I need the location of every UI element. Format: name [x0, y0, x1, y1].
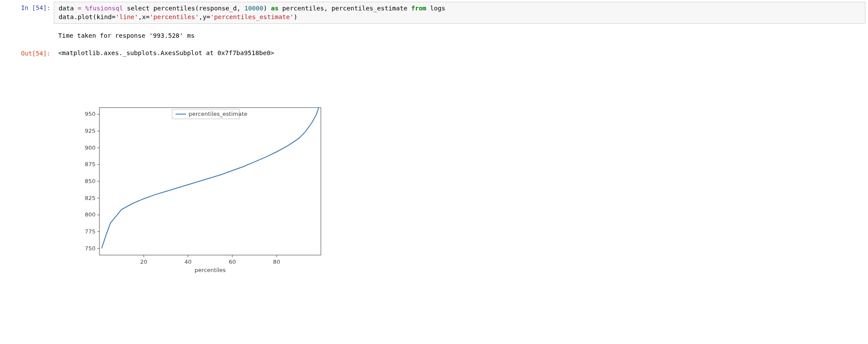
code-token: 10000 — [244, 5, 264, 12]
xtick-label: 80 — [273, 259, 281, 265]
code-token: 'percentiles_estimate' — [210, 13, 294, 20]
code-token: data.plot(kind= — [59, 13, 116, 20]
series-line — [102, 108, 319, 249]
x-axis-label: percentiles — [195, 267, 226, 273]
ytick-label: 825 — [85, 194, 96, 201]
code-token: ) — [294, 13, 297, 20]
ytick-label: 800 — [85, 211, 96, 218]
output-repr: <matplotlib.axes._subplots.AxesSubplot a… — [54, 47, 865, 59]
legend-label: percentiles_estimate — [188, 111, 248, 117]
input-cell: In [54]: data = %fusionsql select percen… — [0, 0, 868, 26]
code-token: from — [411, 5, 426, 12]
xtick-label: 20 — [140, 259, 148, 265]
code-token: select percentiles(response_d, — [127, 5, 244, 12]
code-token: ,x= — [138, 13, 149, 20]
code-input[interactable]: data = %fusionsql select percentiles(res… — [54, 2, 865, 24]
xtick-label: 60 — [229, 259, 236, 265]
plot-row: 75077580082585087590092595020406080perce… — [0, 61, 868, 312]
ytick-label: 875 — [85, 161, 96, 167]
xtick-label: 40 — [185, 259, 192, 265]
notebook: In [54]: data = %fusionsql select percen… — [0, 0, 868, 312]
code-token: data — [59, 5, 78, 12]
input-prompt: In [54]: — [3, 2, 54, 24]
code-token: %fusionsql — [85, 5, 127, 12]
code-token: 'percentiles' — [150, 13, 199, 20]
code-token: percentiles, percentiles_estimate — [278, 5, 411, 12]
ytick-label: 775 — [85, 228, 96, 234]
code-token: logs — [426, 5, 446, 12]
stdout-text: Time taken for response '993.528' ms — [54, 30, 865, 42]
code-token: ,y= — [199, 13, 210, 20]
plot-prompt-spacer — [3, 62, 54, 310]
plot-output: 75077580082585087590092595020406080perce… — [54, 62, 865, 310]
code-token: ) — [263, 5, 271, 12]
ytick-label: 950 — [85, 111, 96, 117]
plot-wrap: 75077580082585087590092595020406080perce… — [58, 81, 861, 291]
ytick-label: 925 — [85, 128, 96, 134]
stdout-prompt-spacer — [3, 30, 54, 42]
line-chart: 75077580082585087590092595020406080perce… — [76, 101, 327, 275]
stdout-row: Time taken for response '993.528' ms — [0, 28, 868, 44]
ytick-label: 900 — [85, 144, 96, 151]
code-token: = — [78, 5, 85, 12]
ytick-label: 850 — [85, 178, 96, 184]
code-token: as — [271, 5, 278, 12]
ytick-label: 750 — [85, 245, 96, 251]
output-cell: Out[54]: <matplotlib.axes._subplots.Axes… — [0, 46, 868, 61]
plot-frame — [99, 108, 321, 255]
code-token: 'line' — [116, 13, 138, 20]
output-prompt: Out[54]: — [3, 47, 54, 59]
